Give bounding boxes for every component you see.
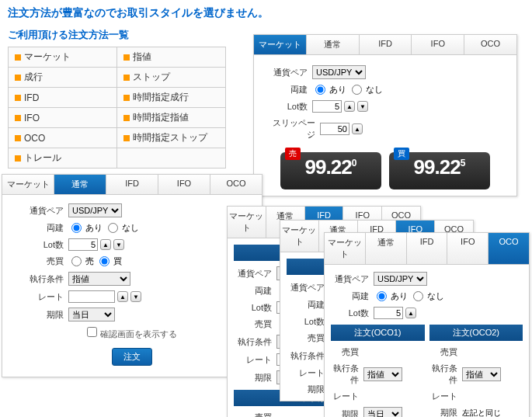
- buy-price-box[interactable]: 買 99.225: [389, 152, 490, 189]
- rate-up-icon[interactable]: ▲: [117, 291, 128, 302]
- radio-ari[interactable]: [315, 85, 325, 95]
- label-rate: レート: [429, 391, 462, 402]
- radio-label-nashi: なし: [427, 290, 444, 302]
- label-pair: 通貨ペア: [26, 205, 68, 217]
- panel-market: マーケット 通常 IFD IFO OCO 通貨ペアUSD/JPY 両建ありなし …: [253, 34, 517, 196]
- lot-up-icon[interactable]: ▲: [405, 308, 416, 318]
- lot-up-icon[interactable]: ▲: [100, 239, 111, 250]
- radio-label-sell: 売: [85, 255, 94, 267]
- panel-normal: マーケット 通常 IFD IFO OCO 通貨ペアUSD/JPY 両建ありなし …: [2, 174, 263, 377]
- tab-market[interactable]: マーケット: [228, 207, 266, 238]
- radio-sell[interactable]: [71, 256, 82, 266]
- lot-down-icon[interactable]: ▼: [113, 239, 124, 250]
- tab-market[interactable]: マーケット: [254, 35, 307, 54]
- select-pair[interactable]: USD/JPY: [374, 272, 427, 286]
- buy-price: 99.22: [414, 155, 461, 179]
- radio-label-buy: 買: [113, 255, 122, 267]
- order-method-cell: IFD: [9, 88, 117, 108]
- label-kigen: 期限: [331, 408, 363, 418]
- order-method-cell: 時間指定成行: [117, 88, 226, 108]
- label-exec: 執行条件: [331, 363, 363, 386]
- lot-down-icon[interactable]: ▼: [357, 101, 368, 112]
- label-slippage: スリッページ: [269, 117, 320, 141]
- rate-down-icon[interactable]: ▼: [130, 291, 141, 302]
- tab-ifo[interactable]: IFO: [447, 233, 489, 264]
- label-kigen: 期限: [234, 372, 276, 384]
- label-kigen: 期限: [26, 309, 68, 321]
- order-method-cell: ストップ: [117, 68, 226, 88]
- sell-price: 99.22: [305, 155, 352, 179]
- label-exec: 執行条件: [287, 350, 329, 362]
- label-pair: 通貨ペア: [287, 282, 329, 294]
- order-method-cell: IFO: [9, 108, 117, 128]
- radio-label-nashi: なし: [122, 222, 139, 234]
- label-saiken: 両建: [331, 290, 374, 302]
- select-kigen[interactable]: 当日: [68, 308, 115, 321]
- input-rate[interactable]: [68, 290, 115, 303]
- tab-ifd[interactable]: IFD: [106, 175, 158, 194]
- tab-normal[interactable]: 通常: [366, 233, 407, 264]
- tab-market[interactable]: マーケット: [2, 175, 54, 194]
- select-exec[interactable]: 指値: [462, 367, 501, 381]
- tab-normal[interactable]: 通常: [307, 35, 360, 54]
- tab-oco[interactable]: OCO: [210, 175, 262, 194]
- label-pair: 通貨ペア: [331, 273, 374, 285]
- label-saiken: 両建: [234, 285, 276, 297]
- label-rate: レート: [331, 391, 363, 402]
- label-lot: Lot数: [234, 302, 276, 314]
- input-lot[interactable]: [312, 100, 342, 113]
- label-lot: Lot数: [269, 101, 312, 113]
- label-baibai: 売買: [234, 412, 276, 417]
- tab-ifo[interactable]: IFO: [412, 35, 464, 54]
- sell-badge: 売: [285, 148, 301, 160]
- radio-nashi[interactable]: [108, 223, 118, 233]
- order-method-cell: 成行: [9, 68, 117, 88]
- tab-oco[interactable]: OCO: [489, 233, 529, 264]
- tabs-market: マーケット 通常 IFD IFO OCO: [254, 35, 516, 55]
- tab-ifd[interactable]: IFD: [407, 233, 448, 264]
- label-rate: レート: [287, 367, 329, 379]
- order-method-cell: 時間指定ストップ: [117, 128, 226, 148]
- sell-price-box[interactable]: 売 99.220: [280, 152, 381, 189]
- order-method-cell: OCO: [9, 128, 117, 148]
- select-pair[interactable]: USD/JPY: [312, 65, 366, 79]
- radio-label-ari: あり: [329, 84, 346, 96]
- radio-nashi[interactable]: [413, 291, 423, 301]
- label-baibai: 売買: [234, 318, 276, 330]
- select-exec[interactable]: 指値: [363, 367, 402, 381]
- order-button[interactable]: 注文: [112, 348, 152, 366]
- label-saiken: 両建: [287, 299, 329, 311]
- label-saiken: 両建: [26, 222, 68, 234]
- radio-nashi[interactable]: [352, 85, 362, 95]
- select-exec[interactable]: 指値: [68, 272, 130, 286]
- label-kigen: 期限: [287, 384, 329, 395]
- tab-market[interactable]: マーケット: [325, 233, 366, 264]
- tab-ifd[interactable]: IFD: [360, 35, 412, 54]
- checkbox-confirm[interactable]: [87, 327, 97, 337]
- label-lot: Lot数: [331, 308, 374, 319]
- radio-ari[interactable]: [71, 223, 82, 233]
- radio-ari[interactable]: [377, 291, 387, 301]
- tab-market[interactable]: マーケット: [280, 221, 319, 252]
- order-method-cell: マーケット: [9, 47, 117, 68]
- label-saiken: 両建: [269, 84, 312, 96]
- select-kigen[interactable]: 当日: [363, 407, 402, 417]
- label-kigen: 期限: [429, 407, 462, 417]
- input-slippage[interactable]: [320, 123, 349, 135]
- order-methods-table: マーケット指値成行ストップIFD時間指定成行IFO時間指定指値OCO時間指定スト…: [8, 47, 226, 169]
- tab-normal[interactable]: 通常: [54, 175, 106, 194]
- slip-up-icon[interactable]: ▲: [352, 123, 363, 134]
- order-method-cell: [117, 148, 226, 169]
- order-method-cell: トレール: [9, 148, 117, 169]
- tab-oco[interactable]: OCO: [464, 35, 516, 54]
- label-baibai: 売買: [331, 346, 363, 358]
- lot-up-icon[interactable]: ▲: [344, 101, 355, 112]
- select-pair[interactable]: USD/JPY: [68, 203, 122, 217]
- page-heading: 注文方法が豊富なのでお取引スタイルを選びません。: [0, 0, 532, 25]
- buy-badge: 買: [394, 148, 409, 160]
- input-lot[interactable]: [374, 307, 403, 319]
- radio-buy[interactable]: [99, 256, 110, 266]
- tab-ifo[interactable]: IFO: [158, 175, 210, 194]
- radio-label-nashi: なし: [366, 84, 383, 96]
- input-lot[interactable]: [68, 238, 98, 251]
